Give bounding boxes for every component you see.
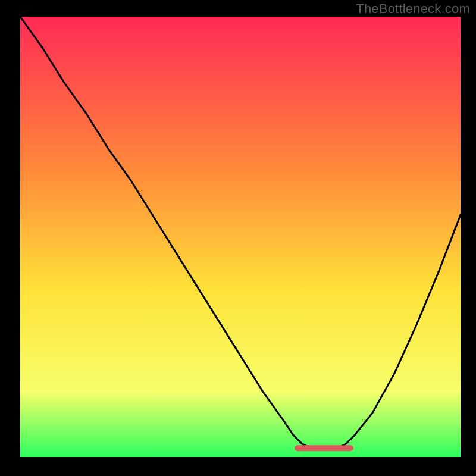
gradient-background	[20, 17, 461, 457]
chart-stage: TheBottleneck.com	[0, 0, 476, 476]
bottleneck-chart	[0, 0, 476, 476]
